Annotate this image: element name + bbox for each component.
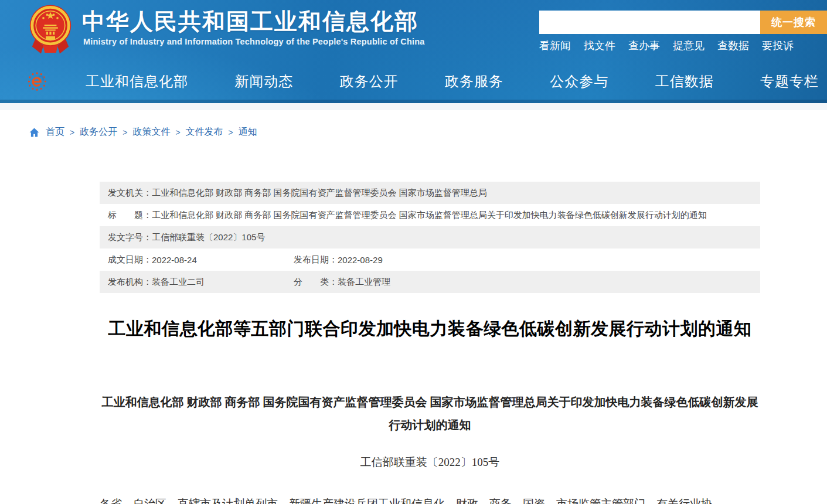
nav-item-news[interactable]: 新闻动态 [234, 72, 293, 91]
meta-label: 标 题： [108, 210, 152, 221]
breadcrumb-separator: > [122, 128, 127, 137]
breadcrumb-home[interactable]: 首页 [46, 126, 64, 138]
breadcrumb-policy-documents[interactable]: 政策文件 [132, 126, 170, 138]
meta-value: 2022-08-29 [338, 255, 383, 265]
meta-value: 2022-08-24 [152, 255, 294, 265]
meta-label: 分 类： [294, 277, 338, 288]
breadcrumb-document-release[interactable]: 文件发布 [186, 126, 223, 138]
quick-links: 看新闻 找文件 查办事 提意见 查数据 要投诉 [539, 39, 794, 53]
quick-link-documents[interactable]: 找文件 [584, 39, 615, 53]
site-subtitle: Ministry of Industry and Information Tec… [83, 37, 425, 46]
quick-link-complaints[interactable]: 要投诉 [762, 39, 794, 53]
header-shadow-band [0, 103, 827, 110]
document-meta-table: 发文机关： 工业和信息化部 财政部 商务部 国务院国有资产监督管理委员会 国家市… [100, 182, 760, 293]
search-input[interactable] [539, 11, 760, 34]
breadcrumb-separator: > [175, 128, 180, 137]
breadcrumb-notice[interactable]: 通知 [239, 126, 257, 138]
breadcrumb-separator: > [70, 128, 74, 137]
meta-label: 发文机关： [108, 188, 152, 199]
nav-item-public-participation[interactable]: 公众参与 [550, 72, 608, 91]
quick-link-news[interactable]: 看新闻 [539, 39, 571, 53]
document-number: 工信部联重装〔2022〕105号 [100, 455, 760, 470]
breadcrumb-separator: > [229, 128, 233, 137]
quick-link-services[interactable]: 查办事 [628, 39, 660, 53]
nav-item-gov-services[interactable]: 政务服务 [445, 72, 503, 91]
miit-swirl-logo-icon [28, 71, 48, 91]
meta-value: 装备工业二司 [152, 277, 294, 288]
page-title: 工业和信息化部等五部门联合印发加快电力装备绿色低碳创新发展行动计划的通知 [100, 317, 760, 341]
meta-label: 发布日期： [294, 254, 338, 265]
unified-search-button[interactable]: 统一搜索 [760, 11, 827, 34]
site-header: 中华人民共和国工业和信息化部 Ministry of Industry and … [0, 0, 827, 103]
meta-row-title: 标 题： 工业和信息化部 财政部 商务部 国务院国有资产监督管理委员会 国家市场… [100, 204, 760, 226]
meta-label: 成文日期： [108, 254, 152, 265]
quick-link-data[interactable]: 查数据 [717, 39, 749, 53]
national-emblem-icon [27, 3, 74, 58]
main-nav: 工业和信息化部 新闻动态 政务公开 政务服务 公众参与 工信数据 专题专栏 [0, 63, 827, 100]
document-body-text: 各省、自治区、直辖市及计划单列市、新疆生产建设兵团工业和信息化、财政、商务、国资… [100, 495, 760, 504]
meta-row-document-number: 发文字号： 工信部联重装〔2022〕105号 [100, 226, 760, 248]
nav-item-special-topics[interactable]: 专题专栏 [760, 72, 819, 91]
nav-items: 工业和信息化部 新闻动态 政务公开 政务服务 公众参与 工信数据 专题专栏 [86, 72, 819, 91]
quick-link-suggestions[interactable]: 提意见 [673, 39, 705, 53]
nav-item-miit[interactable]: 工业和信息化部 [86, 72, 188, 91]
meta-row-dates: 成文日期： 2022-08-24 发布日期： 2022-08-29 [100, 248, 760, 271]
nav-item-gov-disclosure[interactable]: 政务公开 [340, 72, 399, 91]
meta-row-publisher-category: 发布机构： 装备工业二司 分 类： 装备工业管理 [100, 271, 760, 293]
meta-value: 工信部联重装〔2022〕105号 [152, 232, 265, 243]
breadcrumb: 首页 > 政务公开 > 政策文件 > 文件发布 > 通知 [29, 126, 827, 138]
site-title: 中华人民共和国工业和信息化部 [82, 6, 418, 38]
meta-value: 工业和信息化部 财政部 商务部 国务院国有资产监督管理委员会 国家市场监督管理总… [152, 188, 487, 199]
meta-label: 发文字号： [108, 232, 152, 243]
nav-item-miit-data[interactable]: 工信数据 [655, 72, 714, 91]
search-area: 统一搜索 [539, 11, 827, 34]
breadcrumb-gov-disclosure[interactable]: 政务公开 [80, 126, 117, 138]
document-heading: 工业和信息化部 财政部 商务部 国务院国有资产监督管理委员会 国家市场监督管理总… [100, 391, 760, 437]
home-icon[interactable] [29, 128, 39, 137]
meta-label: 发布机构： [108, 277, 152, 288]
meta-value: 工业和信息化部 财政部 商务部 国务院国有资产监督管理委员会 国家市场监督管理总… [152, 210, 707, 221]
meta-value: 装备工业管理 [338, 277, 390, 288]
meta-row-issuing-authority: 发文机关： 工业和信息化部 财政部 商务部 国务院国有资产监督管理委员会 国家市… [100, 182, 760, 204]
